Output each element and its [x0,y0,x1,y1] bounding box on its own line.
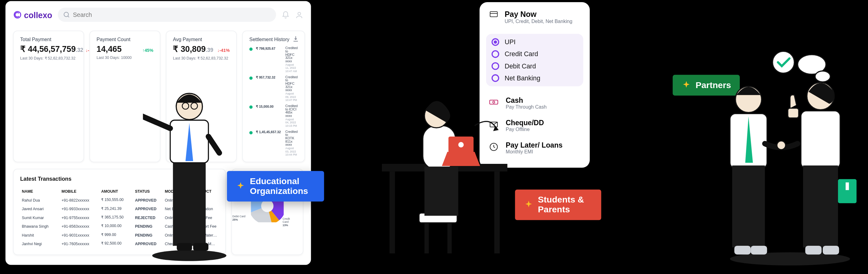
sparkle-icon [681,80,691,90]
svg-rect-22 [193,243,209,251]
svg-rect-9 [490,12,497,17]
svg-rect-49 [751,246,767,254]
svg-point-41 [777,141,785,149]
search-input-wrap [58,8,276,22]
svg-rect-25 [494,171,500,253]
svg-rect-24 [390,171,395,253]
payment-method-radio-group: UPI Credit Card Debit Card Net Banking [486,34,583,86]
radio-debit[interactable]: Debit Card [492,62,578,70]
partners-illustration [708,43,866,267]
delta-up-icon [143,48,145,53]
status-dot-icon [249,76,253,80]
download-icon[interactable] [292,35,299,42]
status-dot-icon [249,131,253,134]
svg-rect-30 [425,167,458,216]
svg-rect-28 [447,223,452,253]
bell-icon[interactable] [281,11,290,19]
svg-rect-44 [846,183,849,190]
badge-students: Students & Parents [515,190,601,220]
svg-rect-27 [425,223,429,253]
search-input[interactable] [58,8,276,22]
status-dot-icon [249,106,253,109]
svg-rect-42 [788,108,799,118]
total-payment-card: Total Payment ₹ 44,56,57,759.32 -15% Las… [13,31,84,162]
sparkle-icon [524,200,534,210]
svg-rect-39 [803,165,838,247]
svg-point-2 [298,12,301,15]
settlement-row: ₹ 1,45,45,657.32Credited to KOTK 811x xx… [249,130,298,156]
svg-rect-36 [732,165,765,247]
svg-point-46 [815,71,830,82]
svg-point-47 [772,51,794,73]
brand-logo: collexo [13,10,53,19]
sparkle-icon [236,181,246,191]
svg-point-33 [458,142,464,147]
settlement-row: ₹ 798,925.67Credited to HDFC 321x xxxxAu… [249,46,298,73]
svg-rect-51 [823,246,839,254]
student-illustration [371,93,518,268]
svg-rect-50 [805,246,822,254]
radio-credit[interactable]: Credit Card [492,50,578,58]
teacher-illustration [143,66,236,262]
svg-rect-48 [734,246,751,254]
svg-rect-38 [801,111,840,168]
card-icon [488,10,499,19]
svg-rect-21 [177,243,192,251]
avatar-icon[interactable] [295,11,304,19]
col-header: MOBILE [60,188,100,196]
search-icon [63,11,70,19]
radio-netbanking[interactable]: Net Banking [492,74,578,82]
radio-upi[interactable]: UPI [492,38,578,46]
svg-point-1 [64,12,68,17]
status-dot-icon [249,48,253,51]
col-header: AMOUNT [100,188,133,196]
settlement-row: ₹ 957,732.32Credited to HDFC 321x xxxxAu… [249,76,298,102]
settlement-row: ₹ 15,000.00Credited to ICICI 465x xxxxAu… [249,104,298,127]
svg-rect-15 [173,158,206,246]
delta-down-icon [86,48,88,53]
col-header: NAME [20,188,60,196]
settlement-history-card: Settlement History ₹ 798,925.67Credited … [242,31,305,162]
pie-label: Credit Card13% [283,217,290,227]
badge-educational: Educational Organizations [227,171,324,201]
svg-point-14 [152,250,226,261]
